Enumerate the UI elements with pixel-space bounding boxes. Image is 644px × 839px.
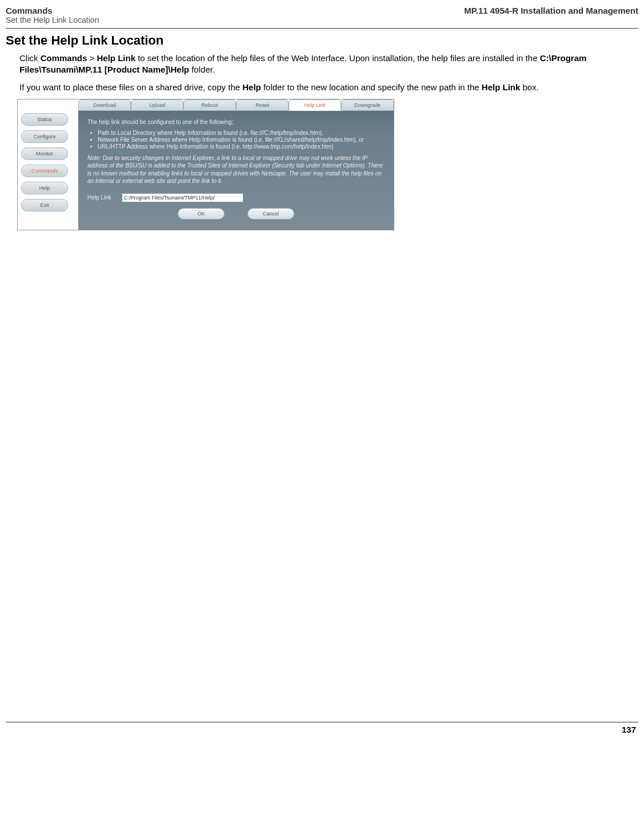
sidebar-item-configure[interactable]: Configure [21,130,68,143]
list-item: Path to Local Directory where Help Infor… [98,130,385,136]
help-link-input[interactable] [122,193,243,202]
help-link-intro: The help link should be configured to on… [87,119,385,125]
tab-reset[interactable]: Reset [236,99,289,111]
tab-downgrade[interactable]: Downgrade [341,99,394,111]
embedded-screenshot: Status Configure Monitor Commands Help E… [17,99,394,230]
sidebar-item-help[interactable]: Help [21,182,68,194]
header-left-title: Commands [6,6,99,15]
list-item: Network File Server Address where Help I… [98,137,385,143]
sidebar-item-exit[interactable]: Exit [21,199,68,211]
section-heading: Set the Help Link Location [6,33,638,48]
main-panel: Download Upload Reboot Reset Help Link D… [78,99,394,230]
sidebar-item-commands[interactable]: Commands [21,165,68,177]
list-item: URL/HTTP Address where Help Information … [98,143,385,150]
page-number: 137 [6,725,638,742]
button-row: OK Cancel [87,208,385,219]
help-link-panel: The help link should be configured to on… [78,111,394,230]
tab-reboot[interactable]: Reboot [183,99,236,111]
footer-rule [6,722,638,722]
cancel-button[interactable]: Cancel [247,208,294,219]
sidebar: Status Configure Monitor Commands Help E… [18,99,78,230]
tab-help-link[interactable]: Help Link [289,99,341,111]
help-link-label: Help Link [87,194,116,201]
header-right-title: MP.11 4954-R Installation and Management [464,6,638,25]
tab-download[interactable]: Download [78,99,131,111]
sidebar-item-monitor[interactable]: Monitor [21,147,68,160]
sidebar-item-status[interactable]: Status [21,113,68,126]
paragraph-2: If you want to place these files on a sh… [19,82,638,93]
tab-bar: Download Upload Reboot Reset Help Link D… [78,99,394,111]
tab-upload[interactable]: Upload [131,99,183,111]
security-note: Note: Due to security changes in Interne… [87,154,385,185]
ok-button[interactable]: OK [178,208,225,219]
help-link-form-row: Help Link [87,193,385,202]
header-left-subtitle: Set the Help Link Location [6,15,99,25]
paragraph-1: Click Commands > Help Link to set the lo… [19,53,638,76]
help-link-options: Path to Local Directory where Help Infor… [98,130,385,150]
header-rule [6,28,638,29]
